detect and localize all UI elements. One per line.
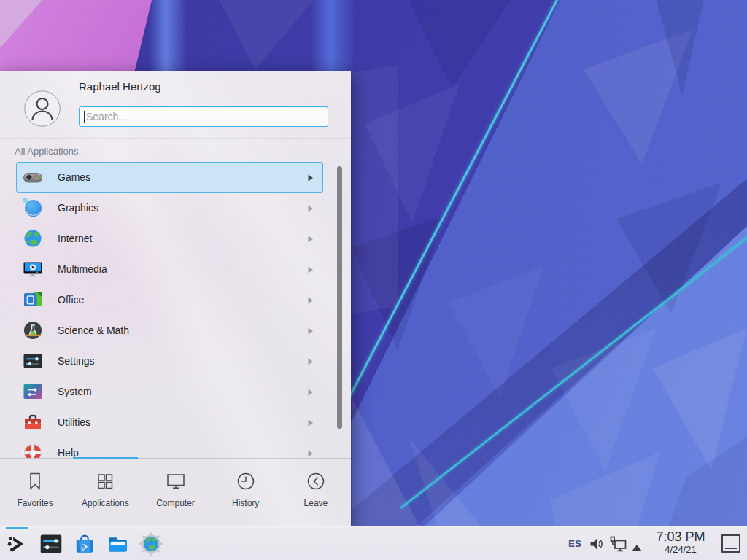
category-label: Science & Math (58, 324, 129, 336)
internet-icon (23, 228, 43, 249)
favorites-icon (23, 470, 47, 493)
file-manager-button[interactable] (107, 532, 130, 556)
expand-tray-icon[interactable] (632, 541, 642, 554)
chevron-right-icon (307, 389, 314, 396)
launcher-tabbar: Favorites Applications Computer (0, 458, 351, 526)
settings-icon (23, 351, 43, 371)
category-label: Internet (58, 233, 92, 244)
office-icon (23, 289, 43, 310)
multimedia-icon (23, 259, 43, 279)
user-name: Raphael Hertzog (79, 80, 161, 93)
system-settings-icon (39, 532, 63, 556)
tab-favorites[interactable]: Favorites (0, 459, 70, 526)
category-item-settings[interactable]: Settings (16, 346, 323, 376)
globe-gear-browser-icon (139, 532, 163, 556)
user-icon (24, 90, 61, 127)
chevron-right-icon (307, 266, 314, 273)
category-item-games[interactable]: Games (16, 162, 323, 192)
clock-date: 4/24/21 (646, 544, 715, 556)
category-item-system[interactable]: System (16, 376, 323, 407)
category-label: Settings (58, 355, 95, 367)
category-label: Graphics (58, 202, 98, 214)
category-item-graphics[interactable]: Graphics (16, 192, 323, 223)
discover-icon (73, 532, 96, 556)
system-icon (23, 381, 43, 402)
category-label: Games (58, 171, 90, 183)
chevron-right-icon (307, 327, 314, 335)
tab-applications[interactable]: Applications (70, 459, 140, 526)
science-icon (23, 320, 43, 341)
system-settings-button[interactable] (39, 532, 63, 556)
taskbar-panel: ES 7:03 PM 4/24/21 (0, 526, 747, 560)
tab-history[interactable]: History (211, 459, 281, 526)
category-item-internet[interactable]: Internet (16, 223, 323, 254)
category-item-help[interactable]: Help (16, 438, 323, 458)
category-list: Games Graphics (0, 162, 334, 458)
application-launcher-menu: Raphael Hertzog All Applications (0, 71, 351, 526)
help-icon (23, 443, 43, 458)
history-icon (233, 470, 258, 493)
folder-icon (107, 532, 130, 556)
category-item-office[interactable]: Office (16, 284, 323, 315)
category-label: System (58, 386, 92, 397)
games-icon (23, 167, 43, 187)
utilities-icon (23, 412, 43, 432)
show-desktop-button[interactable] (721, 534, 740, 553)
discover-software-center-button[interactable] (73, 532, 96, 556)
network-icon[interactable] (608, 534, 627, 556)
kde-launcher-icon (6, 532, 29, 556)
chevron-right-icon (307, 205, 314, 212)
active-tab-indicator (73, 457, 138, 459)
volume-icon[interactable] (588, 535, 605, 556)
active-task-indicator (6, 527, 28, 529)
clock-time: 7:03 PM (646, 529, 715, 544)
list-scrollbar[interactable] (337, 166, 342, 429)
keyboard-layout-indicator[interactable]: ES (568, 527, 581, 560)
user-avatar[interactable] (24, 90, 61, 127)
category-label: Office (58, 294, 84, 306)
category-item-science-math[interactable]: Science & Math (16, 315, 323, 346)
applications-icon (93, 470, 117, 493)
category-item-utilities[interactable]: Utilities (16, 407, 323, 438)
category-label: Utilities (58, 416, 90, 428)
chevron-right-icon (307, 297, 314, 304)
computer-icon (163, 470, 188, 493)
chevron-right-icon (307, 174, 314, 182)
section-label: All Applications (15, 146, 78, 157)
chevron-right-icon (307, 450, 314, 457)
chevron-right-icon (307, 419, 314, 427)
category-item-multimedia[interactable]: Multimedia (16, 254, 323, 284)
text-cursor (84, 111, 85, 122)
tab-leave[interactable]: Leave (281, 459, 351, 526)
category-label: Multimedia (58, 263, 107, 275)
launcher-header: Raphael Hertzog (0, 71, 351, 139)
category-label: Help (58, 447, 79, 458)
search-input[interactable] (79, 106, 328, 127)
web-browser-button[interactable] (139, 532, 163, 556)
application-launcher-button[interactable] (6, 532, 29, 556)
leave-icon (303, 470, 328, 493)
chevron-right-icon (307, 358, 314, 365)
chevron-right-icon (307, 236, 314, 243)
digital-clock[interactable]: 7:03 PM 4/24/21 (646, 529, 715, 556)
tab-computer[interactable]: Computer (140, 459, 210, 526)
graphics-icon (23, 198, 43, 218)
